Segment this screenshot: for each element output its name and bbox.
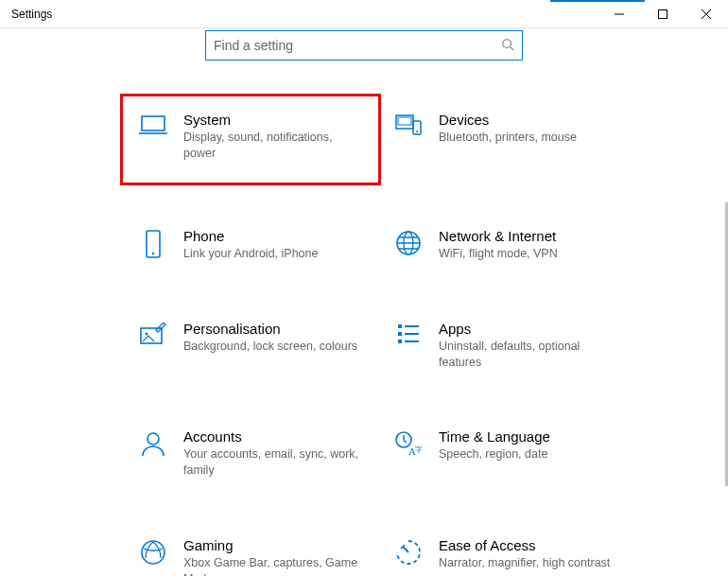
tile-gaming[interactable]: Gaming Xbox Game Bar, captures, Game Mod… [123,533,378,576]
tile-desc: Link your Android, iPhone [183,246,318,262]
svg-point-23 [142,541,165,564]
tile-devices[interactable]: Devices Bluetooth, printers, mouse [378,108,633,173]
tile-desc: Narrator, magnifier, high contrast [439,555,610,571]
window-title: Settings [0,8,52,21]
tile-title: Phone [183,228,318,244]
time-language-icon: A字 [386,428,431,457]
maximize-icon [658,9,667,19]
search-icon [501,38,514,54]
minimize-icon [615,9,624,19]
svg-rect-15 [398,340,402,343]
svg-rect-14 [398,332,402,336]
network-icon [386,228,431,256]
tile-apps[interactable]: Apps Uninstall, defaults, optional featu… [378,317,633,375]
tile-desc: Display, sound, notifications, power [183,130,367,162]
settings-grid: System Display, sound, notifications, po… [0,108,728,576]
svg-rect-13 [398,324,402,328]
svg-point-8 [152,252,155,254]
svg-point-12 [146,332,148,335]
tile-title: Personalisation [183,321,357,337]
tile-ease-of-access[interactable]: Ease of Access Narrator, magnifier, high… [378,533,633,576]
ease-of-access-icon [386,537,431,566]
phone-icon [130,228,176,258]
window-controls [598,0,728,28]
search-box[interactable] [205,30,523,61]
svg-rect-0 [659,10,667,19]
tile-title: Apps [439,321,622,337]
accounts-icon [130,428,176,457]
tile-title: Accounts [183,428,367,445]
maximize-button[interactable] [641,0,685,28]
tile-desc: Uninstall, defaults, optional features [439,339,622,371]
svg-rect-18 [405,340,419,342]
tile-desc: Background, lock screen, colours [183,339,357,355]
tile-accounts[interactable]: Accounts Your accounts, email, sync, wor… [123,425,378,482]
svg-rect-17 [405,333,419,335]
tile-desc: Xbox Game Bar, captures, Game Mode [183,555,367,576]
svg-point-6 [416,131,418,132]
svg-point-1 [503,39,511,47]
tile-title: Ease of Access [439,537,610,553]
minimize-button[interactable] [598,0,641,28]
tile-title: Gaming [183,537,367,553]
svg-rect-4 [398,117,411,125]
tile-desc: Bluetooth, printers, mouse [439,130,577,146]
tile-network[interactable]: Network & Internet WiFi, flight mode, VP… [378,224,633,266]
tile-personalisation[interactable]: Personalisation Background, lock screen,… [123,317,378,375]
svg-text:字: 字 [415,445,423,454]
tile-title: Devices [439,112,577,128]
tile-title: System [183,112,367,128]
close-icon [702,9,711,19]
svg-rect-16 [405,325,419,327]
svg-point-19 [147,433,159,445]
gaming-icon [130,537,176,566]
tile-desc: Your accounts, email, sync, work, family [183,446,367,479]
close-button[interactable] [685,0,728,28]
tile-title: Network & Internet [439,228,558,244]
search-input[interactable] [214,38,501,53]
tile-desc: WiFi, flight mode, VPN [439,246,558,262]
tile-time-language[interactable]: A字 Time & Language Speech, region, date [378,425,633,482]
tile-title: Time & Language [439,428,550,445]
tile-desc: Speech, region, date [439,446,550,463]
personalisation-icon [130,321,176,347]
devices-icon [386,112,431,138]
titlebar: Settings [0,0,728,28]
svg-rect-2 [142,116,165,131]
apps-icon [386,321,431,345]
tile-system[interactable]: System Display, sound, notifications, po… [123,96,378,183]
system-icon [130,112,176,136]
tile-phone[interactable]: Phone Link your Android, iPhone [123,224,378,266]
